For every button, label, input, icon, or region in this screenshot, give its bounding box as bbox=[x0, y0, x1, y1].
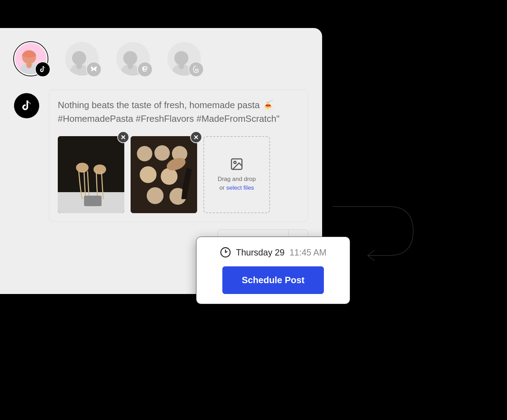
post-text-input[interactable]: Nothing beats the taste of fresh, homema… bbox=[58, 98, 299, 126]
svg-point-2 bbox=[26, 61, 32, 68]
schedule-post-button[interactable]: Schedule Post bbox=[222, 266, 324, 294]
dropzone-text: Drag and drop or select files bbox=[218, 175, 256, 192]
media-attachments: Drag and drop or select files bbox=[58, 136, 299, 213]
account-mastodon[interactable] bbox=[116, 42, 150, 76]
compose-platform-tiktok-icon bbox=[14, 93, 39, 118]
svg-point-5 bbox=[76, 62, 82, 69]
schedule-date: Thursday 29 bbox=[236, 247, 285, 258]
schedule-popover: Thursday 29 11:45 AM Schedule Post bbox=[196, 237, 350, 304]
media-dropzone[interactable]: Drag and drop or select files bbox=[203, 136, 270, 213]
svg-point-15 bbox=[93, 164, 106, 174]
svg-point-8 bbox=[127, 62, 133, 69]
svg-point-21 bbox=[140, 166, 157, 183]
account-threads[interactable] bbox=[167, 42, 201, 76]
compose-card: Nothing beats the taste of fresh, homema… bbox=[49, 90, 308, 222]
clock-icon bbox=[220, 247, 231, 258]
svg-point-18 bbox=[137, 146, 152, 161]
account-tiktok[interactable] bbox=[14, 42, 48, 76]
account-selector-row bbox=[14, 42, 308, 76]
media-thumb-2[interactable] bbox=[131, 136, 197, 213]
svg-point-11 bbox=[179, 62, 184, 69]
remove-media-button[interactable] bbox=[117, 131, 129, 143]
media-thumb-1[interactable] bbox=[58, 136, 124, 213]
schedule-time: 11:45 AM bbox=[290, 247, 327, 258]
select-files-link[interactable]: select files bbox=[226, 184, 254, 191]
svg-rect-16 bbox=[84, 196, 102, 206]
account-bluesky[interactable] bbox=[65, 42, 99, 76]
mastodon-icon bbox=[137, 62, 153, 77]
compose-row: Nothing beats the taste of fresh, homema… bbox=[14, 90, 308, 222]
svg-point-14 bbox=[76, 163, 89, 173]
bluesky-icon bbox=[86, 62, 102, 77]
threads-icon bbox=[188, 62, 204, 77]
schedule-datetime[interactable]: Thursday 29 11:45 AM bbox=[206, 247, 340, 258]
svg-point-22 bbox=[161, 168, 178, 185]
svg-point-19 bbox=[154, 145, 170, 161]
remove-media-button[interactable] bbox=[190, 131, 202, 143]
tiktok-icon bbox=[35, 62, 50, 77]
svg-point-23 bbox=[147, 187, 164, 204]
svg-point-27 bbox=[234, 161, 236, 163]
image-icon bbox=[230, 157, 244, 171]
